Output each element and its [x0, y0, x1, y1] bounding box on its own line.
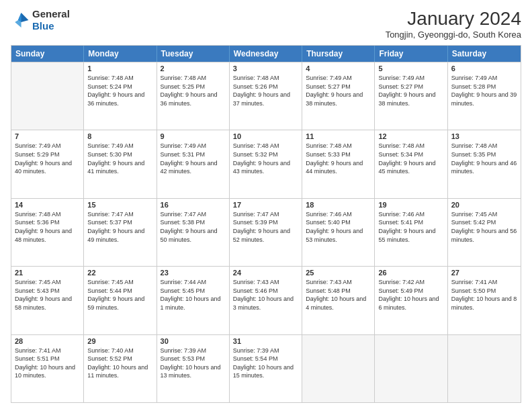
calendar-cell: 17Sunrise: 7:47 AMSunset: 5:39 PMDayligh… — [230, 199, 302, 266]
header: General Blue January 2024 Tongjin, Gyeon… — [11, 8, 521, 40]
day-info: Sunrise: 7:39 AMSunset: 5:53 PMDaylight:… — [161, 347, 226, 380]
day-info: Sunrise: 7:47 AMSunset: 5:37 PMDaylight:… — [87, 210, 152, 244]
calendar-cell: 8Sunrise: 7:49 AMSunset: 5:30 PMDaylight… — [84, 130, 157, 197]
day-number: 20 — [451, 201, 517, 209]
logo-text: General Blue — [32, 8, 70, 32]
calendar-row-1: 7Sunrise: 7:49 AMSunset: 5:29 PMDaylight… — [11, 130, 521, 197]
calendar-header-friday: Friday — [375, 46, 447, 62]
day-info: Sunrise: 7:45 AMSunset: 5:44 PMDaylight:… — [87, 278, 152, 312]
day-info: Sunrise: 7:47 AMSunset: 5:39 PMDaylight:… — [233, 210, 298, 244]
logo-general: General — [32, 8, 70, 19]
calendar-cell: 26Sunrise: 7:42 AMSunset: 5:49 PMDayligh… — [375, 267, 447, 334]
calendar-row-0: 1Sunrise: 7:48 AMSunset: 5:24 PMDaylight… — [11, 62, 521, 130]
day-info: Sunrise: 7:48 AMSunset: 5:26 PMDaylight:… — [233, 74, 298, 107]
calendar-cell: 18Sunrise: 7:46 AMSunset: 5:40 PMDayligh… — [302, 199, 375, 266]
day-number: 7 — [15, 132, 80, 140]
day-info: Sunrise: 7:40 AMSunset: 5:52 PMDaylight:… — [87, 347, 152, 380]
day-info: Sunrise: 7:45 AMSunset: 5:43 PMDaylight:… — [15, 278, 80, 312]
calendar-body: 1Sunrise: 7:48 AMSunset: 5:24 PMDaylight… — [11, 62, 521, 402]
day-info: Sunrise: 7:45 AMSunset: 5:42 PMDaylight:… — [451, 210, 517, 244]
calendar-cell: 25Sunrise: 7:43 AMSunset: 5:48 PMDayligh… — [302, 267, 375, 334]
day-number: 6 — [451, 64, 517, 73]
calendar-cell: 4Sunrise: 7:49 AMSunset: 5:27 PMDaylight… — [302, 62, 375, 130]
day-number: 2 — [161, 64, 226, 73]
logo-blue: Blue — [32, 20, 54, 32]
calendar-cell — [448, 335, 521, 402]
day-info: Sunrise: 7:48 AMSunset: 5:24 PMDaylight:… — [87, 74, 152, 107]
calendar-cell: 5Sunrise: 7:49 AMSunset: 5:27 PMDaylight… — [375, 62, 447, 130]
day-info: Sunrise: 7:48 AMSunset: 5:36 PMDaylight:… — [15, 210, 80, 244]
calendar-cell: 23Sunrise: 7:44 AMSunset: 5:45 PMDayligh… — [157, 267, 230, 334]
day-number: 16 — [161, 201, 226, 209]
day-info: Sunrise: 7:49 AMSunset: 5:28 PMDaylight:… — [451, 74, 517, 107]
location-subtitle: Tongjin, Gyeonggi-do, South Korea — [386, 30, 521, 40]
day-info: Sunrise: 7:39 AMSunset: 5:54 PMDaylight:… — [233, 347, 298, 380]
day-number: 18 — [306, 201, 371, 209]
calendar-cell: 3Sunrise: 7:48 AMSunset: 5:26 PMDaylight… — [230, 62, 302, 130]
calendar-cell: 16Sunrise: 7:47 AMSunset: 5:38 PMDayligh… — [157, 199, 230, 266]
day-info: Sunrise: 7:47 AMSunset: 5:38 PMDaylight:… — [161, 210, 226, 244]
generalblue-logo-icon — [11, 11, 30, 30]
day-number: 24 — [233, 269, 298, 277]
calendar-cell: 6Sunrise: 7:49 AMSunset: 5:28 PMDaylight… — [448, 62, 521, 130]
calendar-cell: 10Sunrise: 7:48 AMSunset: 5:32 PMDayligh… — [230, 130, 302, 197]
calendar-header-sunday: Sunday — [11, 46, 84, 62]
day-info: Sunrise: 7:49 AMSunset: 5:30 PMDaylight:… — [87, 142, 152, 175]
calendar-header-wednesday: Wednesday — [230, 46, 302, 62]
day-number: 22 — [87, 269, 152, 277]
calendar-row-3: 21Sunrise: 7:45 AMSunset: 5:43 PMDayligh… — [11, 266, 521, 334]
calendar-cell: 20Sunrise: 7:45 AMSunset: 5:42 PMDayligh… — [448, 199, 521, 266]
day-number: 21 — [15, 269, 80, 277]
day-number: 10 — [233, 132, 298, 140]
day-number: 17 — [233, 201, 298, 209]
day-info: Sunrise: 7:43 AMSunset: 5:46 PMDaylight:… — [233, 278, 298, 312]
calendar-header-monday: Monday — [84, 46, 157, 62]
calendar-header-saturday: Saturday — [448, 46, 521, 62]
title-block: January 2024 Tongjin, Gyeonggi-do, South… — [386, 8, 521, 40]
page: General Blue January 2024 Tongjin, Gyeon… — [0, 0, 532, 411]
day-number: 12 — [378, 132, 443, 140]
calendar-row-4: 28Sunrise: 7:41 AMSunset: 5:51 PMDayligh… — [11, 334, 521, 402]
calendar-header-row: SundayMondayTuesdayWednesdayThursdayFrid… — [11, 46, 521, 62]
calendar-cell: 14Sunrise: 7:48 AMSunset: 5:36 PMDayligh… — [11, 199, 84, 266]
day-number: 1 — [87, 64, 152, 73]
calendar-header-thursday: Thursday — [302, 46, 375, 62]
day-number: 19 — [378, 201, 443, 209]
calendar-cell: 22Sunrise: 7:45 AMSunset: 5:44 PMDayligh… — [84, 267, 157, 334]
day-info: Sunrise: 7:48 AMSunset: 5:25 PMDaylight:… — [161, 74, 226, 107]
calendar-cell: 11Sunrise: 7:48 AMSunset: 5:33 PMDayligh… — [302, 130, 375, 197]
day-number: 26 — [378, 269, 443, 277]
day-info: Sunrise: 7:48 AMSunset: 5:35 PMDaylight:… — [451, 142, 517, 175]
day-number: 11 — [306, 132, 371, 140]
calendar-cell: 7Sunrise: 7:49 AMSunset: 5:29 PMDaylight… — [11, 130, 84, 197]
day-info: Sunrise: 7:49 AMSunset: 5:31 PMDaylight:… — [161, 142, 226, 175]
calendar: SundayMondayTuesdayWednesdayThursdayFrid… — [11, 45, 521, 403]
day-number: 27 — [451, 269, 517, 277]
day-number: 9 — [161, 132, 226, 140]
day-info: Sunrise: 7:49 AMSunset: 5:27 PMDaylight:… — [378, 74, 443, 107]
calendar-header-tuesday: Tuesday — [157, 46, 230, 62]
day-number: 8 — [87, 132, 152, 140]
day-number: 13 — [451, 132, 517, 140]
day-info: Sunrise: 7:41 AMSunset: 5:51 PMDaylight:… — [15, 347, 80, 380]
day-info: Sunrise: 7:48 AMSunset: 5:34 PMDaylight:… — [378, 142, 443, 175]
calendar-cell: 21Sunrise: 7:45 AMSunset: 5:43 PMDayligh… — [11, 267, 84, 334]
day-number: 23 — [161, 269, 226, 277]
calendar-cell — [11, 62, 84, 130]
calendar-cell: 30Sunrise: 7:39 AMSunset: 5:53 PMDayligh… — [157, 335, 230, 402]
day-info: Sunrise: 7:43 AMSunset: 5:48 PMDaylight:… — [306, 278, 371, 312]
day-number: 4 — [306, 64, 371, 73]
day-number: 30 — [161, 337, 226, 345]
logo: General Blue — [11, 8, 70, 32]
calendar-cell: 27Sunrise: 7:41 AMSunset: 5:50 PMDayligh… — [448, 267, 521, 334]
calendar-cell: 19Sunrise: 7:46 AMSunset: 5:41 PMDayligh… — [375, 199, 447, 266]
day-number: 14 — [15, 201, 80, 209]
calendar-cell: 24Sunrise: 7:43 AMSunset: 5:46 PMDayligh… — [230, 267, 302, 334]
day-number: 3 — [233, 64, 298, 73]
day-number: 31 — [233, 337, 298, 345]
calendar-cell: 31Sunrise: 7:39 AMSunset: 5:54 PMDayligh… — [230, 335, 302, 402]
calendar-cell: 15Sunrise: 7:47 AMSunset: 5:37 PMDayligh… — [84, 199, 157, 266]
calendar-cell: 9Sunrise: 7:49 AMSunset: 5:31 PMDaylight… — [157, 130, 230, 197]
day-info: Sunrise: 7:48 AMSunset: 5:33 PMDaylight:… — [306, 142, 371, 175]
day-number: 5 — [378, 64, 443, 73]
